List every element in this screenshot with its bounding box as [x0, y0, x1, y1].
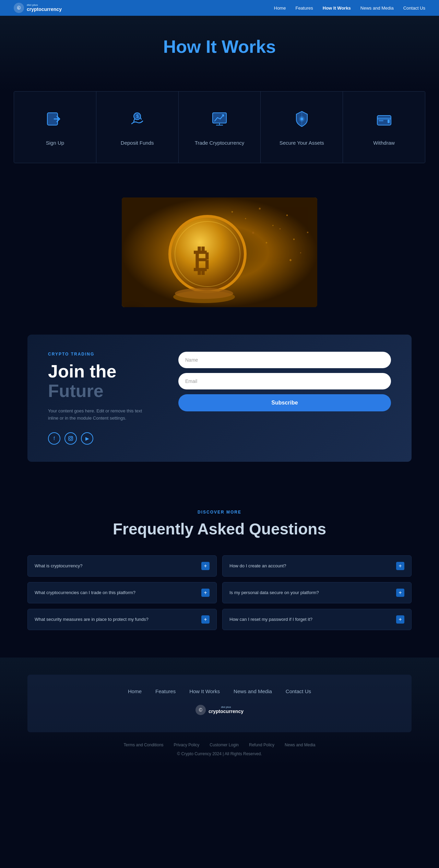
faq-question-6: How can I reset my password if I forget … [229, 617, 312, 622]
nav-contact[interactable]: Contact Us [403, 5, 425, 11]
join-title: Join the Future [48, 362, 151, 401]
facebook-icon[interactable]: f [48, 432, 60, 445]
name-input[interactable] [178, 352, 391, 368]
footer-news[interactable]: News and Media [234, 688, 272, 694]
faq-expand-icon-5: + [201, 615, 210, 624]
faq-item-5[interactable]: What security measures are in place to p… [27, 609, 217, 630]
faq-section: DISCOVER MORE Frequently Asked Questions… [0, 489, 439, 658]
step-signup-label: Sign Up [46, 140, 64, 146]
join-description: Your content goes here. Edit or remove t… [48, 408, 151, 422]
subscribe-button[interactable]: Subscribe [178, 394, 391, 411]
faq-expand-icon-3: + [201, 589, 210, 597]
footer-logo-text: divi plus cryptocurrency [209, 706, 244, 714]
svg-text:₿: ₿ [194, 243, 209, 278]
join-form: Subscribe [178, 352, 391, 411]
hero-section: How It Works [0, 16, 439, 91]
faq-item-4[interactable]: Is my personal data secure on your platf… [222, 582, 412, 603]
footer-news-media[interactable]: News and Media [285, 743, 315, 747]
svg-rect-3 [213, 113, 226, 123]
step-withdraw[interactable]: Withdraw [343, 92, 425, 163]
faq-expand-icon-4: + [396, 589, 404, 597]
faq-question-5: What security measures are in place to p… [35, 617, 149, 622]
svg-point-7 [300, 118, 303, 120]
step-trade-label: Trade Cryptocurrency [195, 140, 245, 146]
step-withdraw-label: Withdraw [373, 140, 395, 146]
faq-item-1[interactable]: What is cryptocurrency? + [27, 555, 217, 577]
faq-item-2[interactable]: How do I create an account? + [222, 555, 412, 577]
video-section: ₿ [0, 191, 439, 335]
nav-home[interactable]: Home [274, 5, 286, 11]
step-trade[interactable]: Trade Cryptocurrency [179, 92, 261, 163]
join-title-line2: Future [48, 381, 104, 401]
faq-item-3[interactable]: What cryptocurrencies can I trade on thi… [27, 582, 217, 603]
footer-nav: Home Features How It Works News and Medi… [48, 688, 391, 695]
svg-text:$: $ [136, 113, 139, 119]
footer-customer-login[interactable]: Customer Login [210, 743, 239, 747]
youtube-icon[interactable]: ▶ [81, 432, 93, 445]
faq-question-2: How do I create an account? [229, 563, 286, 568]
footer-logo: © divi plus cryptocurrency [48, 705, 391, 715]
footer-home[interactable]: Home [128, 688, 142, 694]
footer-nav-wrapper: Home Features How It Works News and Medi… [27, 675, 412, 732]
steps-container: Sign Up $ Deposit Funds Trade Cryptocurr… [14, 91, 425, 163]
logo[interactable]: © divi plus cryptocurrency [14, 3, 62, 13]
faq-expand-icon-6: + [396, 615, 404, 624]
svg-rect-25 [307, 232, 308, 233]
nav-news[interactable]: News and Media [360, 5, 394, 11]
footer-refund[interactable]: Refund Policy [249, 743, 274, 747]
footer-copyright: © Crypto Currency 2024 | All Rights Rese… [27, 751, 412, 756]
faq-question-1: What is cryptocurrency? [35, 563, 82, 568]
step-signup[interactable]: Sign Up [14, 92, 96, 163]
join-tag: CRYPTO TRADING [48, 352, 151, 357]
secure-icon [292, 109, 312, 133]
social-icons: f ▶ [48, 432, 151, 445]
signup-icon [45, 109, 65, 133]
footer-brand-name: cryptocurrency [209, 709, 244, 714]
svg-point-31 [175, 288, 233, 299]
footer-contact[interactable]: Contact Us [286, 688, 311, 694]
footer-bottom-links: Terms and Conditions Privacy Policy Cust… [27, 743, 412, 747]
faq-title: Frequently Asked Questions [27, 520, 412, 538]
join-left: CRYPTO TRADING Join the Future Your cont… [48, 352, 151, 445]
join-title-line1: Join the [48, 361, 116, 381]
join-section: CRYPTO TRADING Join the Future Your cont… [27, 335, 412, 462]
brand-name: cryptocurrency [27, 7, 62, 12]
svg-point-34 [72, 437, 72, 437]
faq-item-6[interactable]: How can I reset my password if I forget … [222, 609, 412, 630]
instagram-icon[interactable] [64, 432, 77, 445]
trade-icon [209, 109, 230, 133]
footer-divi-plus: divi plus [209, 706, 244, 709]
step-secure-label: Secure Your Assets [280, 140, 324, 146]
faq-grid: What is cryptocurrency? + How do I creat… [27, 555, 412, 630]
nav-links: Home Features How It Works News and Medi… [274, 5, 425, 11]
video-player[interactable]: ₿ [122, 197, 317, 307]
faq-tag: DISCOVER MORE [27, 510, 412, 515]
svg-point-33 [70, 437, 72, 439]
page-title: How It Works [14, 36, 425, 57]
svg-rect-9 [377, 118, 391, 120]
logo-text: divi plus cryptocurrency [27, 4, 62, 12]
svg-rect-10 [388, 120, 390, 123]
logo-icon: © [14, 3, 24, 13]
nav-features[interactable]: Features [295, 5, 313, 11]
svg-rect-17 [286, 215, 288, 216]
footer-features[interactable]: Features [155, 688, 176, 694]
step-deposit[interactable]: $ Deposit Funds [96, 92, 179, 163]
navbar: © divi plus cryptocurrency Home Features… [0, 0, 439, 16]
withdraw-icon [374, 109, 394, 133]
footer-how-it-works[interactable]: How It Works [189, 688, 220, 694]
svg-rect-22 [293, 239, 295, 240]
nav-how-it-works[interactable]: How It Works [323, 5, 351, 11]
video-thumbnail: ₿ [122, 197, 317, 307]
email-input[interactable] [178, 373, 391, 389]
svg-rect-11 [379, 120, 383, 121]
footer-privacy[interactable]: Privacy Policy [174, 743, 200, 747]
step-deposit-label: Deposit Funds [121, 140, 154, 146]
footer: Home Features How It Works News and Medi… [0, 658, 439, 767]
footer-terms[interactable]: Terms and Conditions [124, 743, 164, 747]
step-secure[interactable]: Secure Your Assets [261, 92, 343, 163]
footer-logo-icon: © [195, 705, 206, 715]
faq-question-4: Is my personal data secure on your platf… [229, 590, 319, 595]
faq-expand-icon-2: + [396, 562, 404, 570]
faq-expand-icon-1: + [201, 562, 210, 570]
